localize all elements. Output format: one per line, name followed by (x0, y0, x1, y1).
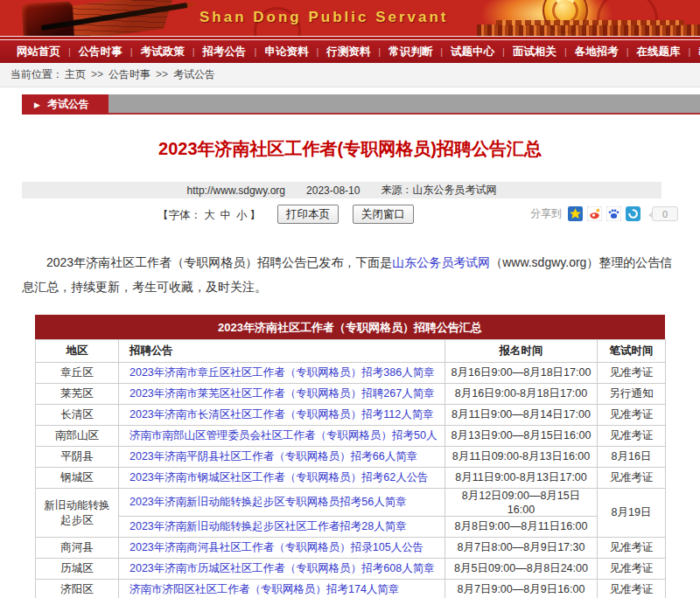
site-banner: Shan Dong Public Servant (0, 0, 700, 36)
announcement-link[interactable]: 2023年济南平阴县社区工作者（专职网格员）招考66人简章 (130, 450, 417, 462)
intro-paragraph: 2023年济南社区工作者（专职网格员）招聘公告已发布，下面是山东公务员考试网（w… (22, 250, 678, 299)
exam-time-cell: 8月19日 (598, 489, 666, 538)
signup-time-cell: 8月13日9:00—8月15日16:00 (445, 426, 598, 447)
nav-item-9[interactable]: 面试相关 (505, 45, 564, 59)
region-cell: 济阳区 (36, 580, 119, 598)
font-size-controls: 【字体：大中小】 (158, 208, 261, 223)
region-cell: 南部山区 (36, 426, 119, 447)
signup-time-cell: 8月8日9:00—8月11日16:00 (445, 517, 598, 538)
buildings-silhouette (496, 20, 684, 25)
table-row: 济阳区济南市济阳区社区工作者（专职网格员）招考174人简章8月7日9:00—8月… (36, 580, 666, 598)
signup-time-cell: 8月11日9:00-8月13日17:00 (445, 468, 598, 489)
table-row: 南部山区济南市南部山区管理委员会社区工作者（专职网格员）招考50人8月13日9:… (36, 426, 666, 447)
breadcrumb-link[interactable]: 公告时事 (107, 68, 152, 80)
announcement-link[interactable]: 2023年济南商河县社区工作者（专职网格员）招录105人公告 (130, 541, 424, 553)
announcement-link[interactable]: 2023年济南新旧动能转换起步区专职网格员招考56人简章 (130, 496, 407, 508)
signup-time-cell: 8月5日09:00—8月8日24:00 (445, 559, 598, 580)
qzone-share-icon[interactable] (568, 206, 583, 221)
nav-item-4[interactable]: 招考公告 (195, 45, 255, 59)
tab-exam-announcements[interactable]: ▶ 考试公告 (22, 94, 108, 115)
share-count-badge: 0 (652, 206, 678, 221)
intro-text-before: 2023年济南社区工作者（专职网格员）招聘公告已发布，下面是 (46, 255, 392, 269)
breadcrumb-link[interactable]: 主页 (63, 68, 88, 80)
main-nav: 网站首页|公告时事|考试政策|招考公告|申论资料|行测资料|常识判断|试题中心|… (0, 40, 700, 63)
announcement-cell: 2023年济南平阴县社区工作者（专职网格员）招考66人简章 (119, 447, 445, 468)
announcement-link[interactable]: 2023年济南新旧动能转换起步区社区工作者招考28人简章 (130, 520, 407, 532)
breadcrumb-separator: >> (152, 68, 172, 80)
signup-time-cell: 8月7日9:00—8月9日16:00 (445, 580, 598, 598)
signup-time-cell: 8月16日9:00-8月18日17:00 (445, 384, 598, 405)
table-row: 钢城区2023年济南市钢城区社区工作者（专职网格员）招考62人公告8月11日9:… (36, 468, 666, 489)
exam-time-cell: 另行通知 (598, 384, 666, 405)
nav-item-5[interactable]: 申论资料 (256, 45, 316, 59)
nav-item-11[interactable]: 在线题库 (629, 45, 689, 59)
nav-item-7[interactable]: 常识判断 (381, 45, 440, 59)
section-tab-label: 考试公告 (47, 97, 89, 112)
exam-time-cell: 见准考证 (598, 538, 666, 559)
announcement-link[interactable]: 济南市济阳区社区工作者（专职网格员）招考174人简章 (130, 583, 399, 595)
table-header-row: 地区招聘公告报名时间笔试时间 (36, 340, 666, 363)
announcement-cell: 2023年济南市历城区社区工作者（专职网格员）招考608人简章 (119, 559, 445, 580)
nav-item-3[interactable]: 考试政策 (133, 45, 192, 59)
announcement-link[interactable]: 2023年济南市历城区社区工作者（专职网格员）招考608人简章 (130, 562, 435, 574)
article-source: 来源：山东公务员考试网 (381, 183, 496, 198)
share-bar: 分享到 0 (530, 206, 678, 221)
table-row: 长清区2023年济南市长清区社区工作者（专职网格员）招考112人简章8月11日9… (36, 405, 666, 426)
announcement-link[interactable]: 2023年济南市莱芜区社区工作者（专职网格员）招聘267人简章 (130, 387, 435, 400)
column-header: 地区 (36, 340, 119, 363)
share-label: 分享到 (530, 206, 562, 221)
announcement-cell: 2023年济南市钢城区社区工作者（专职网格员）招考62人公告 (119, 468, 445, 489)
nav-item-1[interactable]: 网站首页 (9, 45, 68, 59)
region-cell: 莱芜区 (36, 384, 119, 405)
announcement-cell: 2023年济南市长清区社区工作者（专职网格员）招考112人简章 (119, 405, 445, 426)
table-title: 2023年济南社区工作者（专职网格员）招聘公告汇总 (35, 315, 665, 339)
section-bar: ▶ 考试公告 (22, 94, 700, 115)
region-cell: 新旧动能转换起步区 (36, 489, 119, 538)
font-size-option[interactable]: 中 (218, 209, 234, 221)
exam-time-cell: 8月16日 (598, 447, 666, 468)
announcement-link[interactable]: 2023年济南市钢城区社区工作者（专职网格员）招考62人公告 (130, 471, 429, 483)
breadcrumb-link[interactable]: 考试公告 (172, 68, 217, 80)
region-cell: 历城区 (36, 559, 119, 580)
exam-time-cell: 见准考证 (598, 363, 666, 384)
exam-time-cell: 见准考证 (598, 426, 666, 447)
nav-item-2[interactable]: 公告时事 (71, 45, 130, 59)
nav-item-10[interactable]: 各地招考 (567, 45, 626, 59)
announcement-link[interactable]: 2023年济南市章丘区社区工作者（专职网格员）招考386人简章 (130, 366, 435, 379)
font-size-option[interactable]: 大 (201, 209, 218, 221)
print-button[interactable]: 打印本页 (277, 205, 339, 224)
nav-item-12[interactable]: 教材中心 (690, 45, 700, 59)
sdgwy-site-link[interactable]: 山东公务员考试网 (392, 255, 490, 269)
nav-item-8[interactable]: 试题中心 (443, 45, 502, 59)
signup-time-cell: 8月16日9:00—8月18日17:00 (445, 363, 598, 384)
region-cell: 章丘区 (36, 363, 119, 384)
table-row: 平阴县2023年济南平阴县社区工作者（专职网格员）招考66人简章8月11日09:… (36, 447, 666, 468)
exam-time-cell: 见准考证 (598, 405, 666, 426)
region-cell: 钢城区 (36, 468, 119, 489)
nav-item-6[interactable]: 行测资料 (318, 45, 378, 59)
font-size-option[interactable]: 小 (234, 209, 250, 221)
region-cell: 长清区 (36, 405, 119, 426)
table-row: 新旧动能转换起步区2023年济南新旧动能转换起步区专职网格员招考56人简章8月1… (36, 489, 666, 517)
inkwell-art-icon (22, 2, 74, 36)
table-row: 2023年济南新旧动能转换起步区社区工作者招考28人简章8月8日9:00—8月1… (36, 517, 666, 538)
table-row: 商河县2023年济南商河县社区工作者（专职网格员）招录105人公告8月7日8:0… (36, 538, 666, 559)
signup-time-cell: 8月11日09:00-8月13日16:00 (445, 447, 598, 468)
pengyou-share-icon[interactable] (626, 206, 640, 221)
font-label-suffix: 】 (250, 209, 262, 221)
weibo-share-icon[interactable] (587, 206, 602, 221)
breadcrumb: 当前位置：主页>>公告时事>>考试公告 (0, 63, 700, 87)
banner-slogan: Shan Dong Public Servant (200, 9, 449, 26)
page-title: 2023年济南社区工作者(专职网格员)招聘公告汇总 (0, 137, 700, 161)
announcement-link[interactable]: 济南市南部山区管理委员会社区工作者（专职网格员）招考50人 (130, 429, 437, 442)
signup-time-cell: 8月7日8:00—8月9日17:30 (445, 538, 598, 559)
baidu-share-icon[interactable] (606, 206, 621, 221)
announcement-cell: 济南市南部山区管理委员会社区工作者（专职网格员）招考50人 (119, 426, 445, 447)
breadcrumb-label: 当前位置： (10, 67, 63, 82)
close-window-button[interactable]: 关闭窗口 (353, 205, 414, 224)
article-url: http://www.sdgwy.org (187, 184, 286, 197)
article-meta-bar: http://www.sdgwy.org 2023-08-10 来源：山东公务员… (22, 182, 662, 198)
announcement-cell: 济南市济阳区社区工作者（专职网格员）招考174人简章 (119, 580, 445, 598)
announcement-link[interactable]: 2023年济南市长清区社区工作者（专职网格员）招考112人简章 (130, 408, 434, 421)
arrow-right-icon: ▶ (34, 101, 40, 109)
